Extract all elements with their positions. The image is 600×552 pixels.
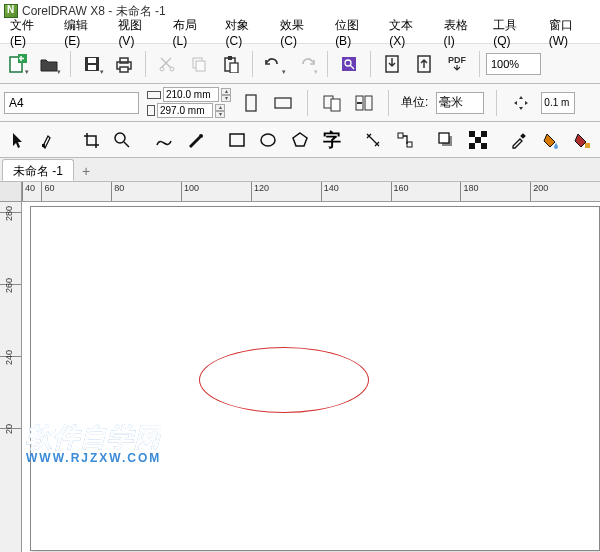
search-button[interactable] xyxy=(334,49,364,79)
all-pages-button[interactable] xyxy=(320,91,344,115)
ruler-v-tick: 260 xyxy=(4,278,14,293)
svg-rect-13 xyxy=(228,56,232,60)
menu-layout[interactable]: 布局(L) xyxy=(167,15,216,50)
svg-rect-14 xyxy=(230,63,238,73)
save-button[interactable]: ▾ xyxy=(77,49,107,79)
svg-rect-38 xyxy=(475,137,481,143)
transparency-tool[interactable] xyxy=(464,126,492,154)
svg-rect-41 xyxy=(520,133,526,139)
menu-window[interactable]: 窗口(W) xyxy=(543,15,596,50)
pdf-label: PDF xyxy=(448,56,466,65)
pick-tool[interactable] xyxy=(4,126,32,154)
svg-rect-40 xyxy=(481,143,487,149)
svg-rect-36 xyxy=(469,131,475,137)
import-button[interactable] xyxy=(377,49,407,79)
menu-view[interactable]: 视图(V) xyxy=(112,15,162,50)
svg-rect-39 xyxy=(469,143,475,149)
height-spinner[interactable]: ▴▾ xyxy=(215,104,225,118)
open-button[interactable]: ▾ xyxy=(34,49,64,79)
menu-tools[interactable]: 工具(Q) xyxy=(487,15,538,50)
height-icon xyxy=(147,105,155,116)
watermark: 软件自学网 WWW.RJZXW.COM xyxy=(26,420,161,465)
ruler-v-tick: 280 xyxy=(4,206,14,221)
parallel-dimension-tool[interactable] xyxy=(359,126,387,154)
svg-rect-19 xyxy=(246,95,256,111)
ruler-h-tick: 200 xyxy=(533,183,548,193)
rectangle-tool[interactable] xyxy=(223,126,251,154)
width-spinner[interactable]: ▴▾ xyxy=(221,88,231,102)
export-pdf-button[interactable]: PDF xyxy=(441,49,473,79)
print-button[interactable] xyxy=(109,49,139,79)
units-select[interactable] xyxy=(436,92,484,114)
landscape-button[interactable] xyxy=(271,91,295,115)
crop-tool[interactable] xyxy=(77,126,105,154)
undo-button[interactable]: ▾ xyxy=(259,49,289,79)
drop-shadow-tool[interactable] xyxy=(432,126,460,154)
svg-rect-42 xyxy=(585,143,590,148)
canvas[interactable]: 软件自学网 WWW.RJZXW.COM xyxy=(22,202,600,552)
page-width-input[interactable] xyxy=(163,87,219,102)
ruler-h-tick: 180 xyxy=(463,183,478,193)
ruler-h-tick: 40 xyxy=(25,183,35,193)
svg-rect-31 xyxy=(398,133,403,138)
svg-rect-4 xyxy=(88,65,96,70)
polygon-tool[interactable] xyxy=(286,126,314,154)
ruler-v-tick: 240 xyxy=(4,350,14,365)
menu-object[interactable]: 对象(C) xyxy=(219,15,270,50)
units-label: 单位: xyxy=(401,94,428,111)
svg-point-28 xyxy=(199,134,203,138)
ellipse-tool[interactable] xyxy=(255,126,283,154)
menu-effects[interactable]: 效果(C) xyxy=(274,15,325,50)
ruler-horizontal[interactable]: 40 60 80 100 120 140 160 180 200 xyxy=(22,182,600,202)
paste-button[interactable] xyxy=(216,49,246,79)
menu-edit[interactable]: 编辑(E) xyxy=(58,15,108,50)
ruler-h-tick: 120 xyxy=(254,183,269,193)
svg-rect-32 xyxy=(407,142,412,147)
menu-bitmap[interactable]: 位图(B) xyxy=(329,15,379,50)
page[interactable] xyxy=(30,206,600,551)
watermark-url: WWW.RJZXW.COM xyxy=(26,451,161,465)
document-tab[interactable]: 未命名 -1 xyxy=(2,159,74,181)
interactive-fill-tool[interactable] xyxy=(537,126,565,154)
eyedropper-tool[interactable] xyxy=(505,126,533,154)
connector-tool[interactable] xyxy=(391,126,419,154)
copy-button[interactable] xyxy=(184,49,214,79)
standard-toolbar: ▾ ▾ ▾ ▾ ▾ PDF xyxy=(0,44,600,84)
svg-point-30 xyxy=(261,134,275,146)
new-button[interactable]: ▾ xyxy=(2,49,32,79)
width-icon xyxy=(147,91,161,99)
redo-button[interactable]: ▾ xyxy=(291,49,321,79)
toolbox-row: 字 xyxy=(0,122,600,158)
ruler-vertical[interactable]: 280 260 240 20 xyxy=(0,202,22,552)
smart-fill-tool[interactable] xyxy=(568,126,596,154)
text-tool[interactable]: 字 xyxy=(318,126,346,154)
freehand-tool[interactable] xyxy=(150,126,178,154)
ellipse-object[interactable] xyxy=(199,347,369,413)
shape-tool[interactable] xyxy=(36,126,64,154)
page-dimensions: ▴▾ ▴▾ xyxy=(147,87,231,118)
ruler-v-tick: 20 xyxy=(4,424,14,434)
svg-rect-7 xyxy=(120,67,128,72)
current-page-button[interactable] xyxy=(352,91,376,115)
paper-size-select[interactable] xyxy=(4,92,139,114)
menu-text[interactable]: 文本(X) xyxy=(383,15,433,50)
menu-bar: 文件(E) 编辑(E) 视图(V) 布局(L) 对象(C) 效果(C) 位图(B… xyxy=(0,22,600,44)
svg-point-9 xyxy=(170,67,174,71)
zoom-tool[interactable] xyxy=(109,126,137,154)
export-button[interactable] xyxy=(409,49,439,79)
menu-file[interactable]: 文件(E) xyxy=(4,15,54,50)
svg-rect-25 xyxy=(357,102,362,104)
nudge-icon xyxy=(509,91,533,115)
cut-button[interactable] xyxy=(152,49,182,79)
menu-table[interactable]: 表格(I) xyxy=(438,15,484,50)
artistic-media-tool[interactable] xyxy=(182,126,210,154)
ruler-corner[interactable] xyxy=(0,182,22,202)
svg-point-27 xyxy=(115,133,125,143)
portrait-button[interactable] xyxy=(239,91,263,115)
zoom-level-input[interactable] xyxy=(486,53,541,75)
add-tab-button[interactable]: + xyxy=(76,161,96,181)
page-height-input[interactable] xyxy=(157,103,213,118)
nudge-input[interactable] xyxy=(541,92,575,114)
ruler-h-tick: 100 xyxy=(184,183,199,193)
svg-rect-3 xyxy=(88,58,96,63)
